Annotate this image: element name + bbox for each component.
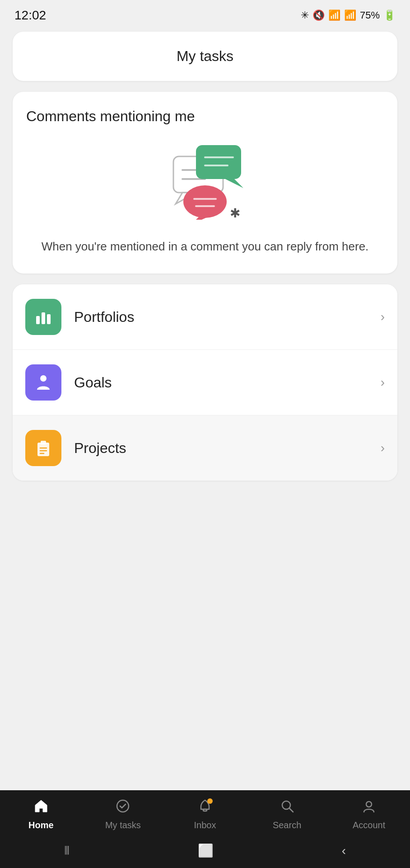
portfolios-icon-wrap <box>25 299 61 335</box>
portfolios-icon <box>33 307 53 327</box>
menu-item-projects[interactable]: Projects › <box>13 415 397 481</box>
bottom-nav: Home My tasks Inbox Searc <box>0 790 410 835</box>
inbox-nav-icon <box>197 798 213 817</box>
svg-point-22 <box>117 800 129 812</box>
comments-card: Comments mentioning me <box>13 92 397 274</box>
nav-item-home[interactable]: Home <box>0 798 82 830</box>
scroll-area: My tasks Comments mentioning me <box>0 27 410 790</box>
home-label: Home <box>28 820 54 830</box>
inbox-nav-label: Inbox <box>194 820 216 830</box>
account-nav-icon <box>361 798 377 817</box>
comments-illustration: ✱ <box>26 138 384 220</box>
goals-chevron-icon: › <box>381 375 385 390</box>
menu-card: Portfolios › Goals › <box>13 284 397 481</box>
goals-label: Goals <box>74 374 381 391</box>
svg-rect-13 <box>36 316 40 324</box>
svg-point-8 <box>183 185 227 218</box>
battery-icon: 🔋 <box>383 9 396 21</box>
projects-label: Projects <box>74 440 381 457</box>
status-icons: ✳ 🔇 📶 📶 75% 🔋 <box>301 9 396 21</box>
portfolios-chevron-icon: › <box>381 310 385 324</box>
svg-rect-4 <box>196 145 241 179</box>
svg-rect-15 <box>47 314 51 324</box>
wifi-icon: 📶 <box>328 9 340 21</box>
comments-card-title: Comments mentioning me <box>26 108 384 125</box>
svg-marker-5 <box>225 179 243 188</box>
nav-item-account[interactable]: Account <box>328 798 410 830</box>
goals-icon-wrap <box>25 364 61 401</box>
svg-rect-23 <box>203 809 207 811</box>
android-back-button[interactable]: ‹ <box>342 844 346 858</box>
nav-item-inbox[interactable]: Inbox <box>164 798 246 830</box>
projects-icon-wrap <box>25 430 61 466</box>
svg-rect-18 <box>41 441 46 444</box>
android-recents-button[interactable]: ⫴ <box>64 843 70 858</box>
nav-item-my-tasks[interactable]: My tasks <box>82 798 164 830</box>
signal-icon: 📶 <box>344 9 356 21</box>
mute-icon: 🔇 <box>312 9 325 21</box>
home-icon <box>33 798 49 817</box>
menu-item-goals[interactable]: Goals › <box>13 350 397 415</box>
goals-icon <box>33 373 53 392</box>
svg-point-26 <box>366 802 372 807</box>
nav-item-search[interactable]: Search <box>246 798 328 830</box>
battery-text: 75% <box>360 9 380 21</box>
status-time: 12:02 <box>14 8 46 23</box>
svg-rect-14 <box>42 312 45 324</box>
search-nav-icon <box>280 798 295 817</box>
svg-point-16 <box>40 375 47 382</box>
svg-line-25 <box>289 808 293 812</box>
comments-empty-text: When you're mentioned in a comment you c… <box>26 238 384 255</box>
search-nav-label: Search <box>273 820 301 830</box>
bluetooth-icon: ✳ <box>301 9 309 21</box>
projects-chevron-icon: › <box>381 441 385 455</box>
svg-rect-17 <box>37 443 49 456</box>
android-nav: ⫴ ⬜ ‹ <box>0 835 410 868</box>
my-tasks-title: My tasks <box>177 48 233 65</box>
my-tasks-nav-icon <box>115 798 130 817</box>
inbox-badge <box>207 798 213 804</box>
portfolios-label: Portfolios <box>74 309 381 326</box>
status-bar: 12:02 ✳ 🔇 📶 📶 75% 🔋 <box>0 0 410 27</box>
my-tasks-card[interactable]: My tasks <box>13 32 397 81</box>
android-home-button[interactable]: ⬜ <box>198 843 214 858</box>
my-tasks-nav-label: My tasks <box>105 820 141 830</box>
account-nav-label: Account <box>353 820 385 830</box>
projects-icon <box>33 438 53 458</box>
menu-item-portfolios[interactable]: Portfolios › <box>13 284 397 350</box>
svg-text:✱: ✱ <box>230 206 240 220</box>
